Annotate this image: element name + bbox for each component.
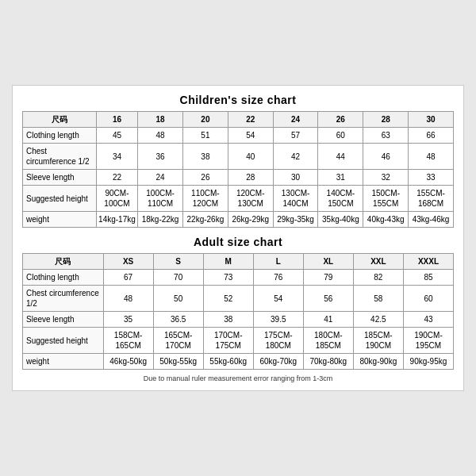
children-header-row: 尺码 16 18 20 22 24 26 28 30 <box>23 112 454 128</box>
children-cell: 130CM-140CM <box>273 186 318 212</box>
children-cell: 63 <box>363 128 409 144</box>
adult-cell: 50 <box>153 286 203 312</box>
adult-col-header-7: XXXL <box>403 254 453 270</box>
children-col-header-7: 28 <box>363 112 409 128</box>
children-cell: 34 <box>96 144 137 170</box>
children-cell: 33 <box>409 170 454 186</box>
children-col-header-1: 16 <box>96 112 137 128</box>
adult-cell: 55kg-60kg <box>203 354 253 370</box>
children-col-header-3: 20 <box>182 112 228 128</box>
children-table: 尺码 16 18 20 22 24 26 28 30 Clothing leng… <box>22 111 454 228</box>
adult-cell: 58 <box>353 286 403 312</box>
children-cell: 100CM-110CM <box>138 186 183 212</box>
children-cell: 110CM-120CM <box>182 186 228 212</box>
adult-cell: 54 <box>253 286 303 312</box>
children-cell: 155CM-168CM <box>409 186 454 212</box>
children-col-header-0: 尺码 <box>23 112 97 128</box>
children-cell: 40 <box>228 144 273 170</box>
adult-cell: 185CM-190CM <box>353 328 403 354</box>
adult-table-row: Clothing length67707376798285 <box>23 270 454 286</box>
children-cell: 57 <box>273 128 318 144</box>
children-cell: 140CM-150CM <box>318 186 363 212</box>
adult-cell: 180CM-185CM <box>303 328 353 354</box>
adult-cell: 79 <box>303 270 353 286</box>
children-cell: 38 <box>182 144 228 170</box>
adult-table-row: Sleeve length3536.53839.54142.543 <box>23 312 454 328</box>
adult-row-label: Suggested height <box>23 328 104 354</box>
adult-cell: 42.5 <box>353 312 403 328</box>
children-cell: 54 <box>228 128 273 144</box>
adult-cell: 82 <box>353 270 403 286</box>
children-table-row: Chest circumference 1/23436384042444648 <box>23 144 454 170</box>
children-cell: 46 <box>363 144 409 170</box>
adult-cell: 39.5 <box>253 312 303 328</box>
adult-cell: 60kg-70kg <box>253 354 303 370</box>
adult-cell: 48 <box>103 286 153 312</box>
adult-cell: 46kg-50kg <box>103 354 153 370</box>
children-cell: 24 <box>138 170 183 186</box>
children-cell: 30 <box>273 170 318 186</box>
adult-col-header-2: S <box>153 254 203 270</box>
children-cell: 35kg-40kg <box>318 212 363 228</box>
children-table-row: Suggested height90CM-100CM100CM-110CM110… <box>23 186 454 212</box>
adult-col-header-0: 尺码 <box>23 254 104 270</box>
footer-note: Due to manual ruler measurement error ra… <box>22 374 454 382</box>
adult-cell: 70 <box>153 270 203 286</box>
adult-col-header-5: XL <box>303 254 353 270</box>
children-cell: 60 <box>318 128 363 144</box>
adult-cell: 67 <box>103 270 153 286</box>
adult-cell: 52 <box>203 286 253 312</box>
children-cell: 18kg-22kg <box>138 212 183 228</box>
children-cell: 29kg-35kg <box>273 212 318 228</box>
children-table-row: weight14kg-17kg18kg-22kg22kg-26kg26kg-29… <box>23 212 454 228</box>
children-row-label: Sleeve length <box>23 170 97 186</box>
adult-row-label: weight <box>23 354 104 370</box>
adult-cell: 90kg-95kg <box>403 354 453 370</box>
children-cell: 31 <box>318 170 363 186</box>
adult-row-label: Sleeve length <box>23 312 104 328</box>
children-col-header-4: 22 <box>228 112 273 128</box>
children-cell: 22 <box>96 170 137 186</box>
adult-cell: 38 <box>203 312 253 328</box>
adult-cell: 41 <box>303 312 353 328</box>
children-table-row: Clothing length4548515457606366 <box>23 128 454 144</box>
children-cell: 26 <box>182 170 228 186</box>
children-cell: 22kg-26kg <box>182 212 228 228</box>
adult-cell: 70kg-80kg <box>303 354 353 370</box>
adult-row-label: Clothing length <box>23 270 104 286</box>
children-cell: 120CM-130CM <box>228 186 273 212</box>
adult-col-header-3: M <box>203 254 253 270</box>
children-row-label: Suggested height <box>23 186 97 212</box>
adult-cell: 170CM-175CM <box>203 328 253 354</box>
children-cell: 51 <box>182 128 228 144</box>
children-cell: 14kg-17kg <box>96 212 137 228</box>
adult-cell: 56 <box>303 286 353 312</box>
adult-cell: 76 <box>253 270 303 286</box>
children-chart-title: Children's size chart <box>22 94 454 106</box>
adult-cell: 175CM-180CM <box>253 328 303 354</box>
adult-cell: 73 <box>203 270 253 286</box>
adult-cell: 190CM-195CM <box>403 328 453 354</box>
adult-table-row: Suggested height158CM-165CM165CM-170CM17… <box>23 328 454 354</box>
adult-cell: 35 <box>103 312 153 328</box>
adult-cell: 80kg-90kg <box>353 354 403 370</box>
children-cell: 44 <box>318 144 363 170</box>
children-col-header-6: 26 <box>318 112 363 128</box>
adult-col-header-6: XXL <box>353 254 403 270</box>
adult-cell: 50kg-55kg <box>153 354 203 370</box>
children-cell: 42 <box>273 144 318 170</box>
children-cell: 90CM-100CM <box>96 186 137 212</box>
adult-col-header-4: L <box>253 254 303 270</box>
children-cell: 150CM-155CM <box>363 186 409 212</box>
children-cell: 43kg-46kg <box>409 212 454 228</box>
adult-cell: 36.5 <box>153 312 203 328</box>
adult-cell: 158CM-165CM <box>103 328 153 354</box>
adult-cell: 60 <box>403 286 453 312</box>
children-cell: 48 <box>138 128 183 144</box>
children-col-header-5: 24 <box>273 112 318 128</box>
adult-row-label: Chest circumference 1/2 <box>23 286 104 312</box>
adult-table-row: Chest circumference 1/248505254565860 <box>23 286 454 312</box>
adult-header-row: 尺码 XS S M L XL XXL XXXL <box>23 254 454 270</box>
children-cell: 66 <box>409 128 454 144</box>
children-col-header-8: 30 <box>409 112 454 128</box>
